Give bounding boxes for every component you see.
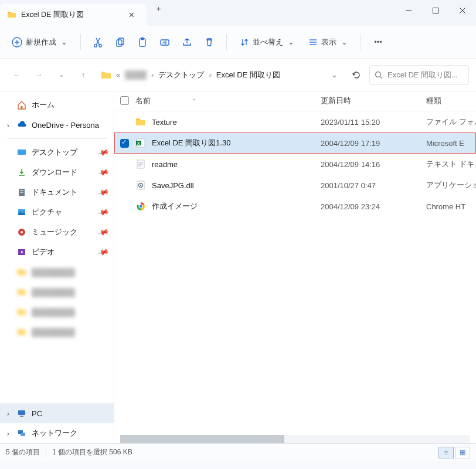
expand-icon[interactable]: › (4, 121, 13, 130)
minimize-button[interactable] (395, 0, 422, 21)
status-bar: 5 個の項目 1 個の項目を選択 506 KB ≡ ▦ (0, 443, 476, 461)
chevron-down-icon: ⌄ (61, 38, 67, 46)
file-row[interactable]: 作成イメージ2004/12/09 23:24Chrome HT (114, 196, 476, 217)
sidebar-item-blurred[interactable]: ████████ (0, 262, 114, 282)
up-button[interactable]: ↑ (74, 66, 93, 84)
file-name: Texture (152, 118, 177, 127)
pc-icon (16, 408, 27, 419)
sidebar-item-pictures[interactable]: ピクチャ📌 (0, 202, 114, 222)
separator (361, 34, 361, 50)
sidebar-item-pc[interactable]: › PC (0, 403, 114, 423)
file-row[interactable]: Texture2023/01/11 15:20ファイル フォル (114, 111, 476, 132)
main: ホーム › OneDrive - Persona デスクトップ📌 ダウンロード📌… (0, 91, 476, 443)
refresh-button[interactable] (347, 66, 366, 84)
cut-button[interactable] (88, 32, 108, 52)
svg-text:A: A (162, 40, 166, 45)
plus-circle-icon (12, 37, 22, 47)
folder-icon (135, 117, 146, 127)
thumbnails-view-button[interactable]: ▦ (455, 447, 470, 458)
sidebar-item-blurred[interactable]: ████████ (0, 302, 114, 322)
sidebar: ホーム › OneDrive - Persona デスクトップ📌 ダウンロード📌… (0, 91, 114, 443)
breadcrumb-item[interactable]: デスクトップ (158, 70, 204, 80)
file-row[interactable]: SaveJPG.dll2001/10/27 0:47アプリケーショ (114, 175, 476, 196)
separator (7, 138, 107, 139)
share-button[interactable] (177, 32, 197, 52)
folder-icon (16, 287, 27, 297)
horizontal-scrollbar[interactable] (120, 435, 470, 443)
view-button[interactable]: 表示 ⌄ (302, 33, 353, 51)
pin-icon: 📌 (97, 147, 109, 159)
breadcrumb-item[interactable]: ████ (125, 70, 147, 79)
file-row[interactable]: XExcel DE 間取り図1.302004/12/09 17:19Micros… (114, 132, 476, 154)
home-icon (16, 100, 27, 110)
column-type[interactable]: 種類 (426, 96, 476, 106)
svg-point-7 (94, 44, 97, 46)
sidebar-item-onedrive[interactable]: › OneDrive - Persona (0, 115, 114, 135)
more-button[interactable]: ••• (368, 32, 388, 52)
search-input[interactable]: Excel DE 間取り図... (369, 65, 469, 85)
file-date: 2001/10/27 0:47 (321, 181, 426, 190)
details-view-button[interactable]: ≡ (438, 447, 454, 458)
tab-title: Excel DE 間取り図 (21, 10, 120, 20)
file-name: readme (152, 160, 178, 169)
select-all-checkbox[interactable] (120, 96, 129, 105)
rename-button[interactable]: A (155, 32, 175, 52)
sidebar-item-documents[interactable]: ドキュメント📌 (0, 182, 114, 202)
search-icon (375, 71, 383, 79)
file-date: 2004/12/09 14:16 (321, 160, 426, 169)
new-button[interactable]: 新規作成 ⌄ (6, 33, 73, 51)
forward-button[interactable]: → (29, 66, 48, 84)
back-button[interactable]: ← (7, 66, 26, 84)
file-name: 作成イメージ (152, 201, 198, 212)
text-icon (135, 159, 146, 169)
sidebar-item-blurred[interactable]: ████████ (0, 282, 114, 302)
sidebar-item-network[interactable]: › ネットワーク (0, 423, 114, 443)
breadcrumb[interactable]: « ████ › デスクトップ › Excel DE 間取り図 (96, 64, 321, 86)
sidebar-label: PC (32, 409, 42, 418)
paste-button[interactable] (132, 32, 152, 52)
sidebar-item-videos[interactable]: ビデオ📌 (0, 242, 114, 262)
chevron-down-icon: ⌄ (288, 38, 294, 46)
chevron-down-icon[interactable]: ⌄ (52, 66, 70, 84)
scrollbar-thumb[interactable] (120, 435, 284, 443)
svg-rect-31 (20, 416, 23, 417)
sort-button[interactable]: 並べ替え ⌄ (234, 33, 300, 51)
window-tab[interactable]: Excel DE 間取り図 ✕ (0, 4, 147, 26)
network-icon (16, 428, 27, 439)
file-date: 2023/01/11 15:20 (321, 118, 426, 127)
toolbar: 新規作成 ⌄ A 並べ替え ⌄ 表示 ⌄ ••• (0, 26, 476, 59)
expand-icon[interactable]: › (4, 409, 13, 418)
sidebar-label: OneDrive - Persona (32, 121, 99, 130)
row-checkbox[interactable] (120, 139, 129, 148)
search-placeholder: Excel DE 間取り図... (387, 70, 458, 80)
breadcrumb-item[interactable]: Excel DE 間取り図 (216, 70, 280, 80)
column-header: 名前⌃ 更新日時 種類 (114, 91, 476, 111)
folder-icon (16, 267, 27, 277)
copy-button[interactable] (110, 32, 130, 52)
sidebar-item-desktop[interactable]: デスクトップ📌 (0, 142, 114, 162)
new-label: 新規作成 (26, 37, 56, 47)
column-date[interactable]: 更新日時 (321, 96, 426, 106)
delete-button[interactable] (199, 32, 219, 52)
sidebar-item-downloads[interactable]: ダウンロード📌 (0, 162, 114, 182)
sort-icon (240, 38, 249, 47)
file-type: Chrome HT (426, 202, 476, 211)
svg-rect-10 (118, 38, 124, 45)
sidebar-item-home[interactable]: ホーム (0, 95, 114, 115)
svg-rect-1 (433, 8, 438, 13)
close-button[interactable] (449, 0, 476, 21)
sidebar-item-blurred[interactable]: ████████ (0, 322, 114, 342)
breadcrumb-dropdown[interactable]: ⌄ (325, 66, 344, 84)
status-count: 5 個の項目 (6, 447, 40, 457)
maximize-button[interactable] (422, 0, 449, 21)
pin-icon: 📌 (97, 166, 109, 179)
sidebar-label: ドキュメント (32, 187, 77, 198)
file-type: テキスト ドキュ (426, 159, 476, 169)
file-row[interactable]: readme2004/12/09 14:16テキスト ドキュ (114, 154, 476, 175)
expand-icon[interactable]: › (4, 429, 13, 438)
sidebar-label: ホーム (32, 100, 55, 110)
close-tab-icon[interactable]: ✕ (124, 8, 138, 22)
sidebar-item-music[interactable]: ミュージック📌 (0, 222, 114, 242)
new-tab-button[interactable]: ＋ (147, 4, 170, 14)
column-name[interactable]: 名前 (135, 96, 151, 106)
